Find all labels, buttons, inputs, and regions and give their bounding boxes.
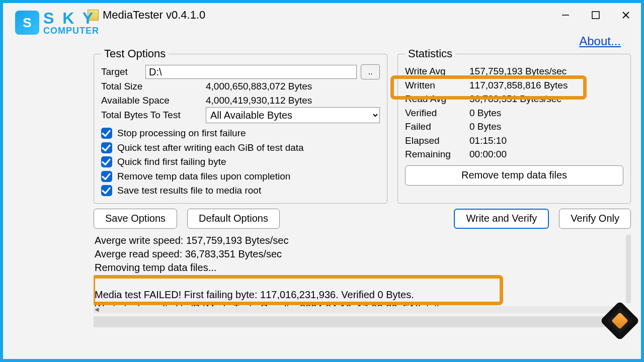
check-quick-test-gib[interactable]: Quick test after writing each GiB of tes… (101, 141, 380, 155)
stat-label: Read Avg (405, 92, 465, 106)
browse-button[interactable]: .. (361, 64, 380, 79)
stat-value: 01:15:10 (469, 134, 507, 148)
stat-value: 36,783,351 Bytes/sec (469, 92, 561, 106)
brand-logo-icon: S (15, 11, 39, 35)
titlebar[interactable]: MediaTester v0.4.1.0 (84, 3, 641, 27)
stat-label: Verified (405, 106, 465, 120)
stat-value: 0 Bytes (469, 106, 501, 120)
brand-sub: COMPUTER (43, 26, 99, 35)
stat-value: 00:00:00 (469, 147, 507, 161)
target-label: Target (101, 65, 141, 79)
total-size-label: Total Size (101, 79, 202, 94)
check-label: Quick test after writing each GiB of tes… (117, 141, 304, 155)
check-remove-temp-files[interactable]: Remove temp data files upon completion (101, 169, 380, 184)
statistics-group: Statistics Write Avg157,759,193 Bytes/se… (397, 47, 631, 204)
about-link[interactable]: About... (579, 34, 621, 48)
check-label: Remove temp data files upon completion (117, 169, 290, 184)
statistics-legend: Statistics (405, 47, 455, 60)
stat-label: Remaining (405, 147, 465, 161)
app-window: MediaTester v0.4.1.0 About... Test Optio… (84, 3, 641, 359)
minimize-button[interactable] (550, 4, 581, 26)
stat-label: Failed (405, 120, 465, 134)
write-and-verify-button[interactable]: Write and Verify (454, 209, 549, 229)
bytes-to-test-label: Total Bytes To Test (101, 108, 202, 122)
save-options-button[interactable]: Save Options (94, 209, 177, 229)
avail-space-label: Available Space (101, 94, 202, 108)
check-stop-first-failure[interactable]: Stop processing on first failure (101, 126, 380, 141)
log-line: Averge read speed: 36,783,351 Bytes/sec (95, 247, 630, 261)
verify-only-button[interactable]: Verify Only (559, 209, 631, 229)
checkbox-icon (101, 171, 112, 182)
brand-top: S K Y (43, 10, 99, 26)
stat-value: 157,759,193 Bytes/sec (469, 64, 567, 78)
brand-logo: S S K Y COMPUTER (15, 10, 99, 35)
check-label: Stop processing on first failure (117, 126, 246, 141)
remove-temp-files-button[interactable]: Remove temp data files (405, 165, 623, 186)
avail-space-value: 4,000,419,930,112 Bytes (206, 94, 380, 108)
check-quick-find-first-fail[interactable]: Quick find first failing byte (101, 155, 380, 169)
stat-value: 0 Bytes (469, 120, 501, 134)
maximize-button[interactable] (581, 4, 611, 26)
log-line: Media test FAILED! First failing byte: 1… (95, 288, 630, 302)
progress-bar (94, 316, 631, 327)
log-line (95, 275, 630, 288)
checkbox-icon (101, 128, 112, 139)
log-scrollbar-vertical[interactable] (626, 235, 631, 303)
test-options-group: Test Options Target .. Total Size 4,000,… (94, 47, 387, 204)
check-label: Save test results file to media root (117, 184, 261, 198)
checkbox-icon (101, 156, 112, 167)
window-title: MediaTester v0.4.1.0 (103, 9, 205, 22)
check-label: Quick find first failing byte (117, 155, 226, 169)
total-size-value: 4,000,650,883,072 Bytes (206, 79, 380, 94)
log-output[interactable]: Averge write speed: 157,759,193 Bytes/se… (94, 233, 631, 313)
log-scrollbar-horizontal[interactable] (94, 306, 622, 313)
checkbox-icon (101, 185, 112, 196)
close-button[interactable] (611, 4, 641, 26)
svg-rect-1 (592, 12, 599, 19)
stat-label: Written (405, 78, 465, 93)
log-line: Removing temp data files... (95, 261, 630, 275)
stat-label: Elapsed (405, 134, 465, 148)
log-line: Averge write speed: 157,759,193 Bytes/se… (95, 234, 630, 247)
default-options-button[interactable]: Default Options (187, 209, 280, 229)
bytes-to-test-select[interactable]: All Available Bytes (206, 107, 380, 123)
checkbox-icon (101, 142, 112, 153)
stat-value: 117,037,858,816 Bytes (469, 78, 568, 93)
test-options-legend: Test Options (101, 47, 169, 60)
target-input[interactable] (145, 65, 357, 79)
check-save-results-file[interactable]: Save test results file to media root (101, 184, 380, 198)
stat-label: Write Avg (405, 64, 465, 78)
